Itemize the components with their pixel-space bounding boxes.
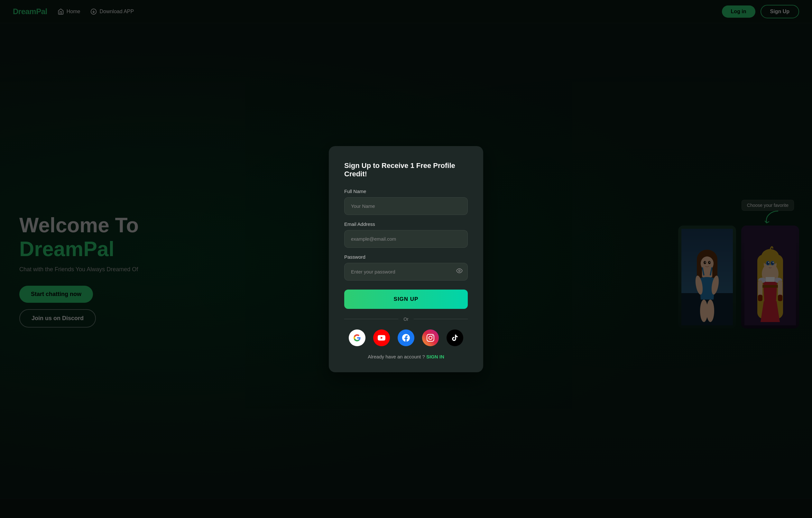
- youtube-icon: [378, 334, 385, 342]
- password-toggle-icon[interactable]: [456, 268, 463, 276]
- password-input[interactable]: [344, 263, 468, 281]
- fullname-label: Full Name: [344, 189, 468, 194]
- email-group: Email Address: [344, 221, 468, 248]
- already-account-text: Already have an account ? SIGN IN: [344, 354, 468, 359]
- email-label: Email Address: [344, 221, 468, 227]
- modal-overlay: Sign Up to Receive 1 Free Profile Credit…: [0, 0, 812, 518]
- password-label: Password: [344, 254, 468, 260]
- tiktok-login-button[interactable]: [446, 329, 463, 346]
- instagram-login-button[interactable]: [422, 329, 439, 346]
- google-login-button[interactable]: [349, 329, 366, 346]
- fullname-input[interactable]: [344, 197, 468, 215]
- password-wrapper: [344, 263, 468, 281]
- modal-title: Sign Up to Receive 1 Free Profile Credit…: [344, 162, 468, 178]
- facebook-icon: [402, 334, 410, 342]
- signup-submit-button[interactable]: SIGN UP: [344, 290, 468, 309]
- youtube-login-button[interactable]: [373, 329, 390, 346]
- email-input[interactable]: [344, 230, 468, 248]
- svg-point-39: [459, 270, 460, 271]
- google-icon: [353, 334, 361, 342]
- fullname-group: Full Name: [344, 189, 468, 215]
- password-group: Password: [344, 254, 468, 281]
- signup-modal: Sign Up to Receive 1 Free Profile Credit…: [329, 146, 483, 372]
- facebook-login-button[interactable]: [398, 329, 414, 346]
- social-icons: [344, 329, 468, 346]
- or-divider: Or: [344, 317, 468, 322]
- tiktok-icon: [451, 334, 459, 342]
- instagram-icon: [427, 334, 434, 342]
- signin-link[interactable]: SIGN IN: [426, 354, 444, 359]
